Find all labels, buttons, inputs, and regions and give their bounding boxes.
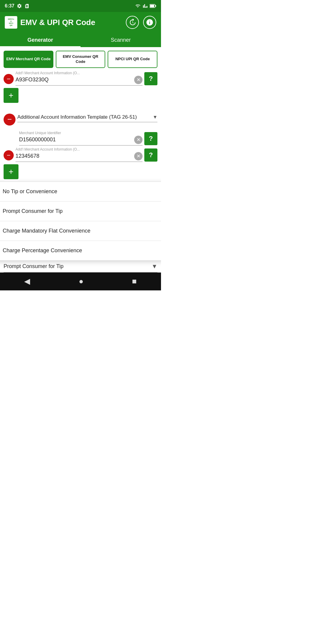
field-label-2: Add'l Merchant Account Information (O... bbox=[16, 147, 143, 151]
remove-field-2-button[interactable]: − bbox=[4, 150, 14, 160]
time-display: 6:37 bbox=[5, 3, 14, 9]
settings-icon bbox=[17, 3, 22, 9]
field-container-1: Add'l Merchant Account Information (O...… bbox=[16, 71, 143, 86]
add-field-button-2[interactable]: + bbox=[4, 164, 18, 179]
nav-home-button[interactable]: ● bbox=[73, 274, 89, 288]
add-field-button-1[interactable]: + bbox=[4, 88, 18, 103]
field-container-merchant: Merchant Unique Identifier ✕ bbox=[19, 131, 143, 145]
field-label-1: Add'l Merchant Account Information (O... bbox=[16, 71, 143, 75]
nav-back-button[interactable]: ◀ bbox=[18, 274, 36, 288]
field-row-1: − Add'l Merchant Account Information (O.… bbox=[4, 71, 157, 86]
help-button-2[interactable]: ? bbox=[144, 148, 157, 162]
field-input-row-2: ✕ bbox=[16, 152, 143, 160]
template-section: − Additional Account Information Templat… bbox=[4, 111, 157, 126]
remove-field-1-button[interactable]: − bbox=[4, 74, 14, 84]
field-input-row-1: ✕ bbox=[16, 76, 143, 84]
add-icon-1: + bbox=[9, 91, 13, 100]
template-dropdown-row: − Additional Account Information Templat… bbox=[4, 111, 157, 126]
template-label-row: Additional Account Information Template … bbox=[17, 114, 157, 121]
recent-icon: ■ bbox=[132, 277, 137, 286]
app-logo: EMVCo&NPCIQR bbox=[5, 16, 17, 29]
mode-buttons: EMV Merchant QR Code EMV Consumer QR Cod… bbox=[0, 47, 161, 71]
merchant-clear-button[interactable]: ✕ bbox=[134, 136, 143, 144]
tab-scanner[interactable]: Scanner bbox=[80, 33, 161, 47]
help-icon-2: ? bbox=[149, 151, 153, 159]
home-icon: ● bbox=[79, 277, 83, 286]
svg-rect-1 bbox=[150, 5, 154, 7]
template-label: Additional Account Information Template … bbox=[17, 114, 137, 121]
signal-icon bbox=[143, 4, 148, 8]
back-icon: ◀ bbox=[24, 277, 30, 286]
minus-icon-1: − bbox=[7, 75, 11, 83]
help-button-1[interactable]: ? bbox=[144, 72, 157, 85]
dropdown-menu: No Tip or Convenience Prompt Consumer fo… bbox=[0, 182, 161, 261]
merchant-input-row: ✕ bbox=[19, 136, 143, 144]
help-icon-merchant: ? bbox=[149, 135, 153, 143]
field-input-1[interactable] bbox=[16, 77, 134, 83]
dropdown-item-no-tip[interactable]: No Tip or Convenience bbox=[0, 182, 161, 202]
bottom-nav: ◀ ● ■ bbox=[0, 273, 161, 290]
template-arrow: ▼ bbox=[153, 114, 157, 120]
bottom-dropdown-arrow: ▼ bbox=[151, 263, 157, 270]
clear-icon-1: ✕ bbox=[137, 77, 140, 83]
field-clear-1[interactable]: ✕ bbox=[134, 76, 143, 84]
nav-recent-button[interactable]: ■ bbox=[126, 274, 143, 288]
status-icons-area bbox=[135, 4, 156, 8]
app-title-area: EMVCo&NPCIQR EMV & UPI QR Code bbox=[5, 16, 95, 29]
dropdown-item-prompt-tip[interactable]: Prompt Consumer for Tip bbox=[0, 202, 161, 221]
sim-icon bbox=[24, 3, 29, 9]
wifi-icon bbox=[135, 4, 141, 8]
merchant-unique-input[interactable] bbox=[19, 137, 134, 143]
mode-emv-merchant[interactable]: EMV Merchant QR Code bbox=[4, 51, 53, 68]
template-field: Additional Account Information Template … bbox=[17, 114, 157, 122]
field-row-2: − Add'l Merchant Account Information (O.… bbox=[4, 147, 157, 162]
field-row-merchant: Merchant Unique Identifier ✕ ? bbox=[4, 131, 157, 145]
remove-template-button[interactable]: − bbox=[4, 114, 16, 126]
history-icon bbox=[129, 18, 136, 26]
field-input-2[interactable] bbox=[16, 153, 134, 159]
battery-icon bbox=[150, 4, 156, 8]
header-icons bbox=[126, 16, 156, 29]
bottom-dropdown-value: Prompt Consumer for Tip bbox=[4, 263, 151, 270]
svg-rect-2 bbox=[155, 5, 156, 7]
add-icon-2: + bbox=[9, 167, 13, 177]
clear-icon-merchant: ✕ bbox=[137, 137, 140, 143]
info-icon bbox=[146, 18, 154, 26]
tab-generator[interactable]: Generator bbox=[0, 33, 80, 47]
info-button[interactable] bbox=[143, 16, 156, 29]
history-button[interactable] bbox=[126, 16, 139, 29]
app-header: EMVCo&NPCIQR EMV & UPI QR Code bbox=[0, 12, 161, 33]
mode-emv-consumer[interactable]: EMV Consumer QR Code bbox=[56, 51, 106, 68]
minus-icon-template: − bbox=[7, 115, 12, 124]
status-time-area: 6:37 bbox=[5, 3, 29, 9]
tab-bar: Generator Scanner bbox=[0, 33, 161, 47]
minus-icon-2: − bbox=[7, 151, 11, 159]
bottom-dropdown-row: Prompt Consumer for Tip ▼ bbox=[4, 261, 157, 273]
dropdown-item-charge-flat[interactable]: Charge Mandatory Flat Convenience bbox=[0, 221, 161, 241]
help-icon-1: ? bbox=[149, 75, 153, 83]
content-area: − Add'l Merchant Account Information (O.… bbox=[0, 71, 161, 179]
dropdown-item-charge-pct[interactable]: Charge Percentage Convenience bbox=[0, 241, 161, 260]
app-title: EMV & UPI QR Code bbox=[20, 18, 95, 27]
clear-icon-2: ✕ bbox=[137, 153, 140, 159]
field-clear-2[interactable]: ✕ bbox=[134, 152, 143, 160]
mode-npci-upi[interactable]: NPCI UPI QR Code bbox=[108, 51, 157, 68]
field-container-2: Add'l Merchant Account Information (O...… bbox=[16, 147, 143, 162]
merchant-unique-label: Merchant Unique Identifier bbox=[19, 131, 143, 135]
help-button-merchant[interactable]: ? bbox=[144, 132, 157, 145]
status-bar: 6:37 bbox=[0, 0, 161, 12]
